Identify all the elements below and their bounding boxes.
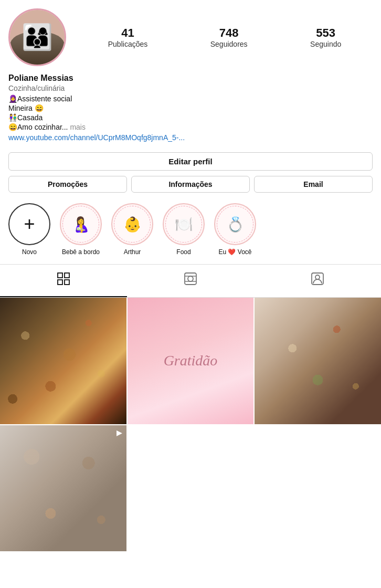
highlight-label-eu-voce: Eu ❤️ Você [218, 248, 251, 256]
informacoes-button[interactable]: Informações [131, 176, 250, 193]
avatar-image [10, 10, 65, 65]
food-texture-1 [0, 298, 126, 424]
food-texture-4 [0, 425, 126, 552]
highlights-section: + Novo 🤱 Bebê a bordo 👶 Arthur 🍽️ Food 💍… [0, 199, 381, 264]
food-icon: 🍽️ [175, 216, 193, 233]
stat-posts[interactable]: 41 Publicações [108, 26, 148, 48]
following-label: Seguindo [310, 40, 341, 48]
highlight-label-food: Food [176, 248, 190, 256]
stats-row: 41 Publicações 748 Seguidores 553 Seguin… [77, 26, 373, 48]
reels-icon [184, 272, 197, 289]
posts-number: 41 [121, 26, 134, 40]
following-number: 553 [316, 26, 335, 40]
highlight-food[interactable]: 🍽️ Food [163, 203, 205, 256]
profile-name: Poliane Messias [8, 74, 373, 83]
tab-grid[interactable] [0, 265, 127, 297]
rings-icon: 💍 [226, 216, 245, 233]
highlight-circle-arthur: 👶 [111, 203, 153, 245]
highlight-label-bebe: Bebê a bordo [62, 248, 100, 256]
svg-rect-4 [185, 273, 196, 285]
highlight-label-arthur: Arthur [124, 248, 141, 256]
bio-section: Poliane Messias Cozinha/culinária 🧕Assis… [0, 74, 381, 148]
bio-line-4: 😄Amo cozinhar... mais [8, 123, 373, 131]
email-button[interactable]: Email [254, 176, 373, 193]
bio-line-1: 🧕Assistente social [8, 94, 373, 103]
profile-section: 41 Publicações 748 Seguidores 553 Seguin… [0, 0, 381, 66]
posts-label: Publicações [108, 40, 148, 48]
svg-rect-2 [58, 280, 62, 285]
photo-4[interactable]: ▶ [0, 425, 126, 552]
svg-point-9 [315, 275, 320, 279]
tab-tagged[interactable] [254, 265, 381, 297]
profile-category: Cozinha/culinária [8, 84, 373, 92]
svg-rect-1 [65, 273, 69, 278]
photos-grid: Gratidão ▶ [0, 298, 381, 551]
svg-rect-3 [65, 280, 69, 285]
gratidao-text: Gratidão [164, 352, 218, 369]
plus-icon: + [24, 215, 35, 234]
tabs-section [0, 264, 381, 298]
action-buttons: Promoções Informações Email [8, 176, 373, 193]
tagged-icon [311, 272, 324, 289]
highlight-bebe[interactable]: 🤱 Bebê a bordo [60, 203, 102, 256]
highlight-label-new: Novo [22, 248, 37, 256]
promotions-button[interactable]: Promoções [8, 176, 127, 193]
highlight-circle-food: 🍽️ [163, 203, 205, 245]
followers-label: Seguidores [210, 40, 248, 48]
highlight-circle-bebe: 🤱 [60, 203, 102, 245]
highlight-eu-voce[interactable]: 💍 Eu ❤️ Você [214, 203, 256, 256]
video-play-icon: ▶ [117, 428, 122, 437]
highlight-circle-eu-voce: 💍 [214, 203, 256, 245]
grid-icon [57, 272, 70, 289]
svg-rect-0 [58, 273, 62, 278]
food-texture-3 [255, 298, 381, 424]
bio-line-2: Mineira 😄 [8, 104, 373, 112]
followers-number: 748 [219, 26, 239, 40]
photo-1[interactable] [0, 298, 126, 424]
photo-2[interactable]: Gratidão [128, 298, 254, 424]
highlight-new[interactable]: + Novo [8, 203, 50, 256]
buttons-section: Editar perfil Promoções Informações Emai… [0, 148, 381, 199]
photo-3[interactable] [255, 298, 381, 424]
bio-line-3: 👫Casada [8, 113, 373, 122]
bebe-icon: 🤱 [72, 216, 90, 233]
arthur-icon: 👶 [123, 216, 142, 233]
profile-top: 41 Publicações 748 Seguidores 553 Seguin… [8, 8, 373, 66]
avatar[interactable] [8, 8, 66, 66]
stat-following[interactable]: 553 Seguindo [310, 26, 341, 48]
stat-followers[interactable]: 748 Seguidores [210, 26, 248, 48]
bio-more[interactable]: mais [70, 123, 86, 131]
profile-link[interactable]: www.youtube.com/channel/UCprM8MOqfg8jmnA… [8, 133, 373, 142]
tab-reels[interactable] [127, 265, 254, 297]
highlight-circle-new: + [8, 203, 50, 245]
edit-profile-button[interactable]: Editar perfil [8, 152, 373, 171]
highlight-arthur[interactable]: 👶 Arthur [111, 203, 153, 256]
svg-point-5 [188, 276, 193, 281]
